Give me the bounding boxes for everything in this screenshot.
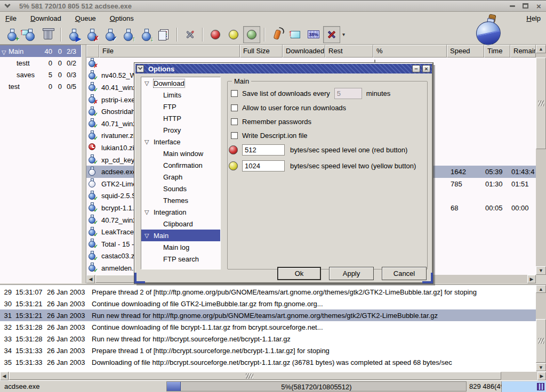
scroll-left-icon[interactable]: ◀ (0, 372, 9, 380)
column-header-fullsize[interactable]: Full Size (240, 45, 283, 58)
log-vscrollbar[interactable]: ▲ ▼ (536, 285, 546, 371)
ok-button[interactable]: Ok (277, 267, 321, 280)
minimize-button[interactable] (508, 2, 516, 10)
panel-splitter[interactable] (81, 45, 86, 283)
progress-text: 5%(581720/10805512) (167, 383, 466, 391)
queue-row-Main[interactable]: ▽Main4002/3 (0, 45, 81, 57)
tree-item-limits[interactable]: Limits (141, 89, 220, 101)
start-download-button[interactable]: ▶ (65, 26, 82, 43)
card-up-arrow-icon (291, 31, 300, 38)
tree-item-clipboard[interactable]: Clipboard (141, 218, 220, 230)
file-time: 01:30 (484, 180, 510, 188)
check-download-button[interactable]: ✓ (101, 26, 118, 43)
flask-active-icon: ✓ (88, 263, 97, 272)
tree-item-confirmation[interactable]: Confirmation (141, 159, 220, 171)
toolbar-more-caret-icon[interactable]: ▾ (342, 31, 345, 37)
speed-level-yellow-button[interactable] (225, 26, 242, 43)
tree-item-proxy[interactable]: Proxy (141, 124, 220, 136)
cancel-button[interactable]: Cancel (382, 267, 427, 280)
scroll-thumb[interactable] (536, 58, 546, 149)
expander-icon[interactable]: ▽ (2, 49, 6, 55)
tree-item-themes[interactable]: Themes (141, 194, 220, 206)
expander-icon[interactable]: ▽ (144, 138, 149, 145)
force-run-button[interactable] (287, 26, 304, 43)
menu-file[interactable]: File (5, 14, 17, 22)
dialog-close-button[interactable]: × (422, 65, 430, 72)
scroll-down-icon[interactable]: ▼ (536, 363, 546, 371)
limit-percent-button[interactable]: 38% (305, 26, 322, 43)
download-log-button[interactable] (156, 26, 173, 43)
drop-connection-button[interactable] (269, 26, 286, 43)
flask-active-icon: ✓ (88, 251, 97, 260)
scroll-thumb[interactable] (9, 372, 501, 380)
queue-row-testt[interactable]: testt000/2 (0, 57, 81, 69)
save-list-checkbox[interactable] (231, 90, 238, 97)
scroll-up-icon[interactable]: ▲ (536, 285, 546, 293)
menu-queue[interactable]: Queue (75, 14, 96, 22)
scroll-thumb[interactable] (536, 319, 546, 363)
tree-item-main-log[interactable]: Main log (141, 241, 220, 253)
expander-icon[interactable]: ▽ (144, 232, 149, 239)
column-header-icon[interactable] (86, 45, 99, 58)
descript-ion-checkbox[interactable] (231, 132, 238, 139)
tree-item-main[interactable]: ▽Main (141, 230, 220, 241)
tree-item-graph[interactable]: Graph (141, 171, 220, 183)
expander-icon[interactable]: ▽ (144, 209, 149, 216)
log-row[interactable]: 3415:31:3326 Jan 2003Prepare thread 1 of… (0, 345, 536, 356)
maximize-button[interactable] (521, 2, 529, 10)
log-row[interactable]: 3315:31:2826 Jan 2003Run new thread for … (0, 333, 536, 345)
log-row[interactable]: 3515:31:3326 Jan 2003Downloading of file… (0, 356, 536, 368)
tools-button[interactable] (181, 26, 198, 43)
column-header-file[interactable]: File (99, 45, 240, 58)
minutes-input[interactable] (334, 88, 362, 99)
scroll-down-icon[interactable]: ▼ (536, 266, 546, 275)
tree-item-ftp[interactable]: FTP (141, 101, 220, 112)
expander-icon[interactable]: ▽ (144, 80, 149, 87)
speed-level-red-button[interactable] (207, 26, 224, 43)
menu-help[interactable]: Help (526, 14, 541, 22)
speed-level-green-button[interactable] (243, 26, 260, 43)
apply-button[interactable]: Apply (329, 267, 374, 280)
column-header-remain[interactable]: Remain (510, 45, 536, 58)
disconnect-button[interactable] (323, 26, 340, 43)
window-menu-icon[interactable] (3, 2, 14, 10)
move-down-button[interactable]: ↓ (138, 26, 155, 43)
log-row[interactable]: 2915:31:0726 Jan 2003Prepare thread 2 of… (0, 286, 536, 298)
stop-download-button[interactable]: ✗ (83, 26, 100, 43)
move-up-button[interactable]: ↑ (119, 26, 136, 43)
menu-options[interactable]: Options (110, 14, 134, 22)
add-download-button[interactable]: + (3, 26, 20, 43)
delete-download-button[interactable] (39, 26, 57, 43)
column-header-time[interactable]: Time (484, 45, 510, 58)
queue-row-saves[interactable]: saves500/3 (0, 69, 81, 80)
force-run-checkbox[interactable] (231, 104, 238, 111)
tree-item-download[interactable]: ▽Download (141, 77, 220, 89)
tree-item-sounds[interactable]: Sounds (141, 183, 220, 194)
log-row[interactable]: 3115:31:2126 Jan 2003Run new thread for … (0, 309, 536, 321)
tree-item-ftp-search[interactable]: FTP search (141, 253, 220, 265)
tree-item-interface[interactable]: ▽Interface (141, 136, 220, 148)
tree-item-http[interactable]: HTTP (141, 112, 220, 124)
close-button[interactable]: × (535, 2, 543, 10)
add-batch-button[interactable] (21, 26, 38, 43)
log-hscrollbar[interactable]: ◀ ▶ (0, 371, 546, 380)
column-header-downloaded[interactable]: Downloaded (283, 45, 325, 58)
dialog-window-menu-icon[interactable] (136, 65, 144, 72)
log-row[interactable]: 3015:31:2126 Jan 2003Continue downloadin… (0, 298, 536, 309)
scroll-up-icon[interactable]: ▲ (536, 45, 546, 53)
tree-item-integration[interactable]: ▽Integration (141, 206, 220, 218)
queue-row-test[interactable]: test000/5 (0, 80, 81, 92)
scroll-left-icon[interactable]: ◀ (86, 275, 95, 283)
tree-item-main-window[interactable]: Main window (141, 148, 220, 159)
remember-passwords-checkbox[interactable] (231, 118, 238, 125)
speed-level-two-input[interactable] (242, 160, 285, 172)
menu-download[interactable]: Download (30, 14, 61, 22)
column-header-rest[interactable]: Rest (325, 45, 373, 58)
column-header-%[interactable]: % (373, 45, 447, 58)
log-row[interactable]: 3215:31:2826 Jan 2003Continue downloadin… (0, 321, 536, 333)
scroll-right-icon[interactable]: ▶ (527, 275, 536, 283)
dialog-minimize-button[interactable]: − (412, 65, 420, 72)
download-list-vscrollbar[interactable]: ▲ ▼ (536, 45, 546, 275)
scroll-right-icon[interactable]: ▶ (537, 372, 546, 380)
speed-level-one-input[interactable] (242, 144, 285, 156)
